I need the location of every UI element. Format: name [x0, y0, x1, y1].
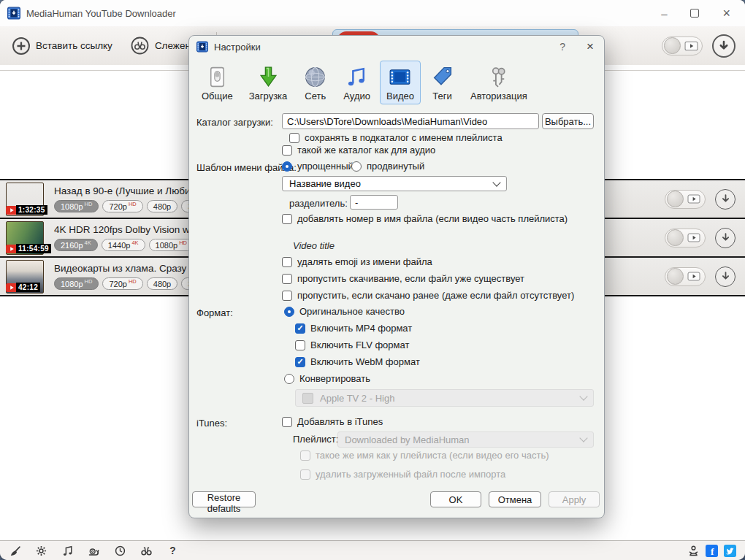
name-pattern-select[interactable]: Название видео — [282, 176, 507, 191]
minimize-button[interactable]: – — [661, 8, 667, 19]
download-dir-input[interactable] — [282, 113, 539, 129]
separator-input[interactable] — [350, 195, 398, 210]
flv-checkbox[interactable]: Включить FLV формат — [295, 340, 409, 350]
status-bar — [0, 540, 745, 560]
format-label: Формат: — [196, 307, 233, 318]
skip-exists-checkbox[interactable]: пропустить скачивание, если файл уже сущ… — [282, 273, 524, 284]
window-title: MediaHuman YouTube Downloader — [26, 8, 176, 19]
toggle-knob — [667, 229, 684, 246]
playlist-label: Плейлист: — [293, 434, 338, 445]
dialog-close-button[interactable]: × — [587, 39, 594, 54]
download-button[interactable] — [715, 189, 736, 210]
dialog-help-button[interactable]: ? — [554, 41, 570, 53]
separator-label: разделитель: — [289, 198, 348, 209]
cancel-button[interactable]: Отмена — [489, 491, 541, 507]
paste-link-label: Вставить ссылку — [36, 40, 112, 51]
binoculars-icon — [130, 36, 150, 55]
convert-preset-select: Apple TV 2 - High — [295, 389, 594, 407]
radio-dot — [284, 374, 294, 384]
same-dir-audio-checkbox[interactable]: такой же каталог как для аудио — [282, 145, 435, 156]
tab-label: Авторизация — [470, 91, 527, 101]
quality-badge[interactable]: 2160p4K — [54, 239, 98, 251]
row-controls — [665, 189, 745, 210]
tab-general[interactable]: Общие — [195, 61, 240, 104]
person-icon[interactable] — [687, 545, 700, 557]
download-button[interactable] — [715, 228, 736, 248]
same-name-checkbox: такое же имя как у плейлиста (если видео… — [300, 450, 549, 461]
download-dir-label: Каталог загрузки: — [196, 117, 273, 128]
help-icon[interactable] — [167, 545, 179, 557]
network-icon — [303, 65, 327, 89]
close-button[interactable]: × — [722, 7, 730, 20]
settings-dialog: Настройки ? × Общие Загрузка Сеть Аудио … — [188, 35, 605, 518]
maximize-button[interactable] — [690, 9, 699, 18]
binoculars-icon[interactable] — [140, 545, 153, 557]
clock-icon[interactable] — [114, 545, 126, 557]
snail-icon[interactable] — [88, 545, 100, 557]
tab-label: Загрузка — [249, 91, 288, 101]
dialog-tabbar: Общие Загрузка Сеть Аудио Видео Теги Авт… — [189, 58, 604, 106]
tab-auth[interactable]: Авторизация — [464, 61, 534, 104]
checkbox-box — [282, 274, 292, 284]
video-thumbnail: 1:32:35 — [6, 183, 44, 216]
quality-badge[interactable]: 480p — [147, 277, 177, 290]
checkbox-label: такое же имя как у плейлиста (если видео… — [316, 450, 549, 461]
tab-tags[interactable]: Теги — [424, 61, 461, 104]
quality-badge[interactable]: 720pHD — [102, 277, 142, 290]
tab-download[interactable]: Загрузка — [242, 61, 294, 104]
download-button[interactable] — [715, 266, 736, 287]
global-format-toggle[interactable] — [662, 37, 703, 55]
video-mode-icon — [687, 272, 700, 281]
quality-badge[interactable]: 1440p4K — [102, 239, 145, 251]
template-simple-radio[interactable]: упрощенный — [282, 161, 354, 172]
quality-tag: 4K — [131, 239, 138, 246]
download-icon — [256, 65, 280, 89]
tab-label: Видео — [386, 91, 414, 101]
tab-video[interactable]: Видео — [380, 61, 421, 104]
quality-tag: 4K — [85, 239, 91, 246]
checkbox-box — [295, 340, 305, 350]
auth-icon — [486, 65, 511, 89]
radio-label: упрощенный — [297, 161, 354, 172]
radio-label: Оригинальное качество — [299, 306, 405, 317]
format-toggle[interactable] — [665, 229, 706, 248]
original-quality-radio[interactable]: Оригинальное качество — [284, 306, 405, 317]
paste-link-button[interactable]: Вставить ссылку — [12, 37, 112, 55]
skip-downloaded-checkbox[interactable]: пропустить, если скачано ранее (даже есл… — [282, 290, 574, 301]
ok-button[interactable]: OK — [430, 491, 481, 507]
choose-dir-button[interactable]: Выбрать... — [542, 113, 594, 129]
checkbox-box — [282, 145, 292, 156]
video-mode-icon — [684, 41, 698, 51]
template-advanced-radio[interactable]: продвинутый — [351, 161, 424, 172]
remove-emoji-checkbox[interactable]: удалять emoji из имени файла — [282, 256, 432, 267]
tab-audio[interactable]: Аудио — [337, 61, 377, 104]
facebook-icon[interactable] — [706, 545, 718, 557]
mp4-checkbox[interactable]: Включить MP4 формат — [295, 323, 412, 334]
checkbox-label: такой же каталог как для аудио — [297, 145, 435, 156]
quality-badge[interactable]: 720pHD — [102, 200, 142, 212]
filename-preview: Video title — [293, 240, 335, 251]
video-mode-icon — [687, 194, 700, 204]
quality-badge[interactable]: 480p — [147, 200, 177, 212]
checkbox-label: сохранять в подкаталог с именем плейлист… — [305, 132, 503, 143]
format-toggle[interactable] — [665, 267, 706, 286]
general-icon — [205, 65, 229, 89]
restore-defaults-button[interactable]: Restore defaults — [192, 491, 256, 507]
download-all-button[interactable] — [712, 34, 736, 58]
webm-checkbox[interactable]: Включить WebM формат — [295, 356, 420, 367]
twitter-icon[interactable] — [724, 545, 736, 557]
add-itunes-checkbox[interactable]: Добавлять в iTunes — [282, 416, 383, 427]
add-number-checkbox[interactable]: добавлять номер в имя файла (если видео … — [282, 213, 568, 224]
quality-badge[interactable]: 1080pHD — [54, 200, 99, 212]
music-note-icon[interactable] — [61, 545, 74, 557]
gear-icon[interactable] — [35, 545, 47, 557]
broom-icon[interactable] — [9, 545, 21, 557]
format-toggle[interactable] — [665, 190, 706, 209]
tab-network[interactable]: Сеть — [297, 61, 334, 104]
checkbox-label: пропустить, если скачано ранее (даже есл… — [297, 290, 574, 301]
quality-badge[interactable]: 1080pHD — [149, 239, 194, 251]
save-subdir-checkbox[interactable]: сохранять в подкаталог с именем плейлист… — [289, 132, 503, 143]
convert-radio[interactable]: Конвертировать — [284, 373, 370, 384]
dialog-title: Настройки — [214, 42, 261, 53]
quality-badge[interactable]: 1080pHD — [54, 277, 99, 290]
